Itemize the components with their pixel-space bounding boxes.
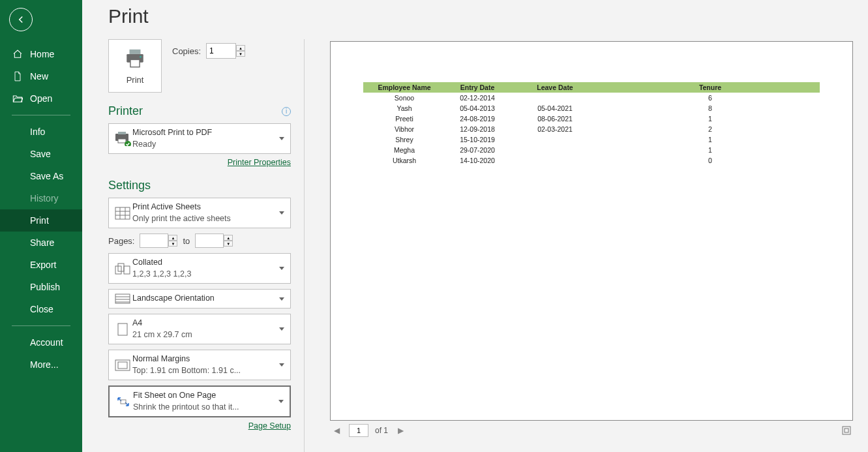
paper-size-selector[interactable]: A4 21 cm x 29.7 cm <box>108 314 291 344</box>
table-cell: 2 <box>601 124 820 134</box>
zoom-to-page-button[interactable] <box>841 425 852 436</box>
chevron-down-icon <box>277 137 286 140</box>
next-page-button[interactable]: ▶ <box>395 425 406 436</box>
table-cell <box>509 93 601 103</box>
dropdown-title: Landscape Orientation <box>132 293 277 305</box>
print-scope-selector[interactable]: Print Active Sheets Only print the activ… <box>108 198 291 228</box>
spin-up-icon[interactable]: ▲ <box>236 45 245 51</box>
sidebar-open[interactable]: Open <box>0 87 82 110</box>
preview-nav: ◀ of 1 ▶ <box>331 424 852 437</box>
pages-from-input[interactable] <box>140 234 168 248</box>
table-cell: 1 <box>601 113 820 124</box>
collation-selector[interactable]: Collated 1,2,3 1,2,3 1,2,3 <box>108 253 291 284</box>
svg-rect-8 <box>115 207 130 219</box>
table-cell: 0 <box>601 155 820 166</box>
orientation-selector[interactable]: Landscape Orientation <box>108 289 291 309</box>
copies-spinner[interactable]: ▲ ▼ <box>236 45 245 57</box>
settings-heading: Settings <box>108 179 291 192</box>
print-button[interactable]: Print <box>108 39 162 93</box>
sidebar-label: New <box>30 71 74 82</box>
collated-icon <box>113 263 132 275</box>
table-cell: 15-10-2019 <box>445 134 509 145</box>
printer-selector[interactable]: Microsoft Print to PDF Ready <box>108 123 291 154</box>
spin-up-icon[interactable]: ▲ <box>168 235 177 241</box>
sidebar-saveas[interactable]: Save As <box>0 165 82 187</box>
sidebar-label: Info <box>30 127 74 137</box>
current-page-input[interactable] <box>349 424 368 437</box>
table-cell: 12-09-2018 <box>445 124 509 134</box>
printer-name: Microsoft Print to PDF <box>132 127 277 139</box>
sidebar-print[interactable]: Print <box>0 209 82 232</box>
table-row: Megha29-07-20201 <box>363 145 820 155</box>
dropdown-title: Fit Sheet on One Page <box>133 390 277 402</box>
spin-down-icon[interactable]: ▼ <box>168 241 177 247</box>
table-cell <box>509 155 601 166</box>
margins-selector[interactable]: Normal Margins Top: 1.91 cm Bottom: 1.91… <box>108 350 291 380</box>
sidebar-more[interactable]: More... <box>0 354 82 376</box>
table-cell: Shrey <box>363 134 445 145</box>
sidebar-publish[interactable]: Publish <box>0 276 82 298</box>
chevron-down-icon <box>277 327 286 331</box>
printer-heading: Printer i <box>108 104 291 118</box>
table-cell <box>509 134 601 145</box>
sidebar-save[interactable]: Save <box>0 143 82 165</box>
svg-rect-11 <box>124 266 130 274</box>
table-cell: 1 <box>601 145 820 155</box>
sidebar-label: More... <box>30 359 74 370</box>
svg-rect-13 <box>118 324 127 335</box>
dropdown-title: Print Active Sheets <box>132 202 277 213</box>
back-arrow-icon <box>15 14 27 25</box>
spin-up-icon[interactable]: ▲ <box>224 235 233 241</box>
spin-down-icon[interactable]: ▼ <box>236 51 245 57</box>
svg-rect-5 <box>118 132 126 134</box>
printer-ready-icon <box>113 132 132 146</box>
sidebar-label: Export <box>30 260 74 270</box>
chevron-down-icon <box>277 267 286 270</box>
sidebar-separator <box>12 325 70 326</box>
printer-properties-link[interactable]: Printer Properties <box>108 158 291 167</box>
table-header: Entry Date <box>445 82 509 93</box>
table-cell: 08-06-2021 <box>509 113 601 124</box>
table-cell: 6 <box>601 93 820 103</box>
sidebar-export[interactable]: Export <box>0 254 82 276</box>
page-of-label: of 1 <box>375 426 388 435</box>
table-cell: Sonoo <box>363 93 445 103</box>
sidebar-new[interactable]: New <box>0 65 82 87</box>
table-cell: 24-08-2019 <box>445 113 509 124</box>
sidebar-label: Share <box>30 237 74 248</box>
table-row: Shrey15-10-20191 <box>363 134 820 145</box>
table-cell: 02-03-2021 <box>509 124 601 134</box>
copies-input[interactable] <box>206 43 236 59</box>
sidebar-label: Close <box>30 304 74 314</box>
sidebar-label: History <box>30 193 74 203</box>
back-button[interactable] <box>9 8 33 31</box>
preview-table: Employee NameEntry DateLeave DateTenure … <box>363 82 820 166</box>
dropdown-sub: 21 cm x 29.7 cm <box>132 329 277 341</box>
page-setup-link[interactable]: Page Setup <box>108 421 291 430</box>
svg-rect-0 <box>130 49 141 53</box>
table-row: Yash05-04-201305-04-20218 <box>363 103 820 113</box>
sidebar-account[interactable]: Account <box>0 331 82 354</box>
sidebar-close[interactable]: Close <box>0 298 82 320</box>
print-button-label: Print <box>127 75 144 85</box>
table-header: Tenure <box>601 82 820 93</box>
table-cell: Yash <box>363 103 445 113</box>
printer-icon <box>124 48 146 70</box>
chevron-down-icon <box>277 363 286 367</box>
backstage-sidebar: Home New Open Info Save Save As History … <box>0 0 82 452</box>
scaling-selector[interactable]: Fit Sheet on One Page Shrink the printou… <box>108 385 291 417</box>
table-cell: Megha <box>363 145 445 155</box>
spin-down-icon[interactable]: ▼ <box>224 241 233 247</box>
sidebar-info[interactable]: Info <box>0 121 82 143</box>
sidebar-label: Account <box>30 337 74 348</box>
dropdown-sub: Only print the active sheets <box>132 213 277 225</box>
sidebar-label: Save <box>30 149 74 159</box>
info-icon[interactable]: i <box>282 107 291 116</box>
sidebar-home[interactable]: Home <box>0 43 82 65</box>
table-cell: 05-04-2021 <box>509 103 601 113</box>
printer-status: Ready <box>132 139 277 151</box>
prev-page-button[interactable]: ◀ <box>331 425 342 436</box>
sidebar-share[interactable]: Share <box>0 232 82 254</box>
pages-to-input[interactable] <box>195 234 224 248</box>
pages-from-label: Pages: <box>108 236 134 246</box>
